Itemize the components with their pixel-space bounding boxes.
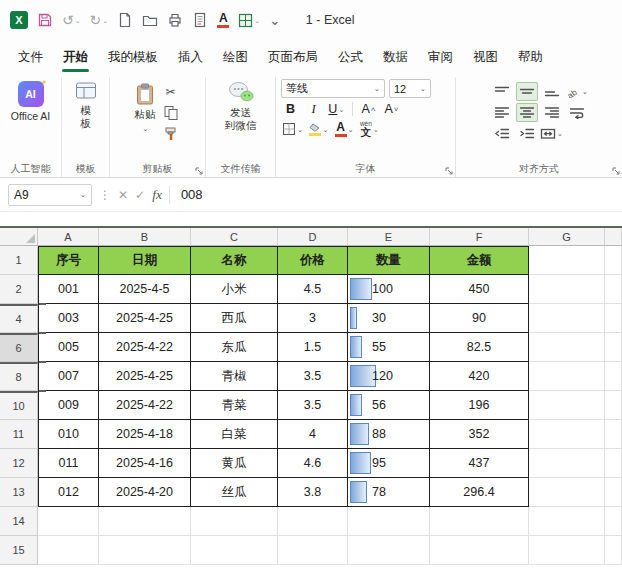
cell-G2[interactable]	[529, 275, 605, 304]
cell-G13[interactable]	[529, 478, 605, 507]
cell-B13[interactable]: 2025-4-20	[99, 478, 191, 507]
cancel-icon[interactable]: ✕	[118, 188, 128, 202]
cell-D14[interactable]	[278, 507, 348, 536]
cell-F15[interactable]	[430, 536, 529, 565]
cell-G12[interactable]	[529, 449, 605, 478]
cell-A14[interactable]	[38, 507, 99, 536]
print-preview-button[interactable]	[192, 12, 208, 28]
cell-B11[interactable]: 2025-4-18	[99, 420, 191, 449]
office-ai-button[interactable]: AI✦ Office AI	[11, 81, 51, 123]
cell-A1[interactable]: 序号	[38, 246, 99, 275]
tab-file[interactable]: 文件	[8, 42, 53, 73]
cell-G10[interactable]	[529, 391, 605, 420]
cell-G4[interactable]	[529, 304, 605, 333]
tab-view[interactable]: 视图	[463, 42, 508, 73]
row-header-13[interactable]: 13	[0, 478, 38, 507]
cell-E6[interactable]: 55	[348, 333, 430, 362]
cell-B10[interactable]: 2025-4-22	[99, 391, 191, 420]
cell-B12[interactable]: 2025-4-16	[99, 449, 191, 478]
print-button[interactable]	[167, 12, 183, 28]
cell-E14[interactable]	[348, 507, 430, 536]
cell-F8[interactable]: 420	[430, 362, 529, 391]
align-left-button[interactable]	[491, 103, 513, 122]
cell-D4[interactable]: 3	[278, 304, 348, 333]
font-name-select[interactable]: 等线 ⌄	[281, 79, 385, 98]
decrease-font-size-button[interactable]: A˅	[382, 100, 401, 118]
cut-button[interactable]: ✂	[161, 83, 181, 100]
cell-G1[interactable]	[529, 246, 605, 275]
cell-A10[interactable]: 009	[38, 391, 99, 420]
row-header-8[interactable]: 8	[0, 362, 38, 391]
cell-A2[interactable]: 001	[38, 275, 99, 304]
cell-F11[interactable]: 352	[430, 420, 529, 449]
cell-A6[interactable]: 005	[38, 333, 99, 362]
cell-C1[interactable]: 名称	[191, 246, 278, 275]
paste-button[interactable]: 粘贴 ⌄	[135, 83, 156, 133]
cell-B6[interactable]: 2025-4-22	[99, 333, 191, 362]
cell-G11[interactable]	[529, 420, 605, 449]
tab-help[interactable]: 帮助	[508, 42, 553, 73]
insert-function-icon[interactable]: fx	[152, 187, 162, 203]
cell-A15[interactable]	[38, 536, 99, 565]
cell-C12[interactable]: 黄瓜	[191, 449, 278, 478]
tab-formulas[interactable]: 公式	[328, 42, 373, 73]
cell-D15[interactable]	[278, 536, 348, 565]
cell-G14[interactable]	[529, 507, 605, 536]
cell-F1[interactable]: 金额	[430, 246, 529, 275]
italic-button[interactable]: I	[304, 100, 323, 118]
template-button[interactable]: 模板	[75, 81, 97, 129]
row-header-6[interactable]: 6	[0, 333, 38, 362]
cell-B14[interactable]	[99, 507, 191, 536]
align-right-button[interactable]	[541, 103, 563, 122]
cell-E1[interactable]: 数量	[348, 246, 430, 275]
phonetic-guide-button[interactable]: wén文 ⌄	[359, 120, 380, 138]
cell-F12[interactable]: 437	[430, 449, 529, 478]
cell-C4[interactable]: 西瓜	[191, 304, 278, 333]
open-file-button[interactable]	[142, 12, 158, 28]
column-header-E[interactable]: E	[348, 228, 430, 246]
cell-C10[interactable]: 青菜	[191, 391, 278, 420]
toolbar-more-icon[interactable]: ⌄	[269, 13, 281, 27]
cell-G15[interactable]	[529, 536, 605, 565]
cell-C2[interactable]: 小米	[191, 275, 278, 304]
increase-indent-button[interactable]	[516, 124, 538, 143]
tab-draw[interactable]: 绘图	[213, 42, 258, 73]
cell-D10[interactable]: 3.5	[278, 391, 348, 420]
select-all-corner[interactable]	[0, 228, 38, 246]
cell-G6[interactable]	[529, 333, 605, 362]
cell-F2[interactable]: 450	[430, 275, 529, 304]
increase-font-size-button[interactable]: A˄	[359, 100, 378, 118]
cell-C6[interactable]: 东瓜	[191, 333, 278, 362]
column-header-B[interactable]: B	[99, 228, 191, 246]
cell-C13[interactable]: 丝瓜	[191, 478, 278, 507]
cell-A8[interactable]: 007	[38, 362, 99, 391]
cell-C11[interactable]: 白菜	[191, 420, 278, 449]
cell-C14[interactable]	[191, 507, 278, 536]
orientation-button[interactable]: ab⌄	[565, 82, 588, 101]
borders-button[interactable]: ⌄	[281, 120, 304, 138]
wrap-text-button[interactable]	[566, 103, 588, 122]
cell-E4[interactable]: 30	[348, 304, 430, 333]
row-header-10[interactable]: 10	[0, 391, 38, 420]
save-button[interactable]	[37, 12, 53, 28]
column-header-D[interactable]: D	[278, 228, 348, 246]
borders-button-quick[interactable]: ⌄	[238, 13, 260, 28]
tab-review[interactable]: 审阅	[418, 42, 463, 73]
new-file-button[interactable]	[117, 12, 133, 28]
tab-my-templates[interactable]: 我的模板	[98, 42, 168, 73]
undo-button[interactable]: ↺⌄	[62, 13, 81, 27]
cell-E8[interactable]: 120	[348, 362, 430, 391]
name-box[interactable]: A9 ⌄	[8, 184, 92, 206]
cell-E2[interactable]: 100	[348, 275, 430, 304]
cell-E11[interactable]: 88	[348, 420, 430, 449]
cell-E15[interactable]	[348, 536, 430, 565]
cell-B4[interactable]: 2025-4-25	[99, 304, 191, 333]
row-header-1[interactable]: 1	[0, 246, 38, 275]
cell-B2[interactable]: 2025-4-5	[99, 275, 191, 304]
row-header-2[interactable]: 2	[0, 275, 38, 304]
align-center-button[interactable]	[516, 103, 538, 122]
confirm-icon[interactable]: ✓	[135, 188, 145, 202]
dialog-launcher-icon[interactable]	[445, 167, 453, 175]
font-color-button-quick[interactable]: A	[217, 12, 229, 28]
decrease-indent-button[interactable]	[491, 124, 513, 143]
